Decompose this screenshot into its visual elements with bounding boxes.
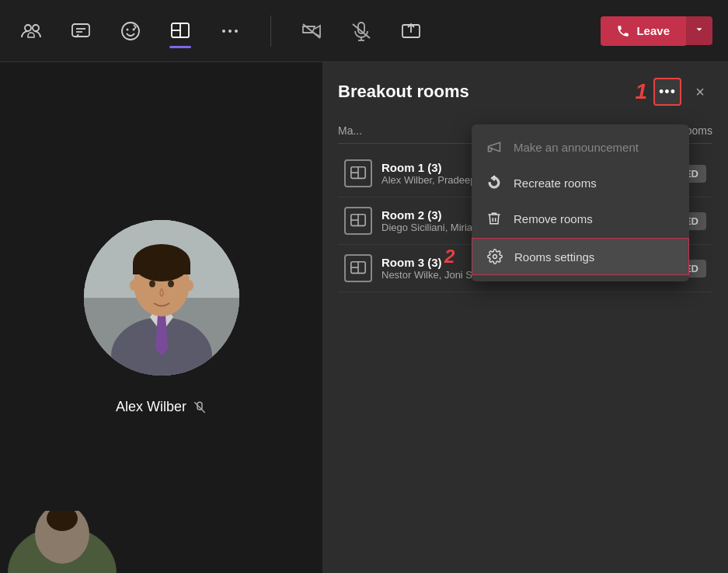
toolbar-right: Leave	[601, 16, 712, 46]
leave-chevron-button[interactable]	[685, 16, 712, 45]
leave-button-group: Leave	[601, 16, 712, 46]
svg-point-5	[122, 23, 139, 40]
main-content: Alex Wilber Breakout rooms 1	[0, 62, 728, 573]
step1-label: 1	[635, 79, 647, 104]
close-panel-button[interactable]: ×	[688, 79, 712, 104]
room-icon	[344, 159, 372, 187]
breakout-rooms-icon[interactable]	[165, 16, 196, 47]
menu-item-recreate-label: Recreate rooms	[514, 176, 597, 190]
breakout-title: Breakout rooms	[338, 82, 469, 102]
header-actions: 1 ••• ×	[635, 78, 712, 106]
mic-off-icon[interactable]	[346, 16, 377, 47]
svg-point-30	[130, 280, 138, 291]
svg-rect-2	[72, 24, 89, 37]
avatar	[84, 220, 239, 376]
menu-item-recreate[interactable]: Recreate rooms	[472, 165, 689, 201]
more-options-icon[interactable]	[214, 16, 246, 47]
toolbar-divider	[270, 16, 271, 47]
svg-rect-27	[133, 263, 190, 274]
svg-line-32	[194, 402, 205, 413]
menu-item-settings-label: Rooms settings	[514, 250, 594, 264]
recreate-icon	[486, 174, 503, 191]
svg-point-28	[149, 281, 155, 288]
user-name-label: Alex Wilber	[116, 399, 207, 415]
left-panel: Alex Wilber	[0, 62, 322, 573]
announcement-icon	[486, 138, 503, 155]
reactions-icon[interactable]	[115, 16, 146, 47]
room-icon	[344, 207, 372, 235]
leave-button-label: Leave	[636, 24, 670, 37]
gear-icon	[486, 248, 503, 265]
camera-off-icon[interactable]	[296, 16, 327, 47]
rooms-label: ooms	[686, 124, 712, 137]
share-screen-icon[interactable]	[395, 16, 427, 47]
menu-item-remove-label: Remove rooms	[514, 212, 593, 225]
menu-item-announcement-label: Make an announcement	[514, 141, 639, 154]
dropdown-menu: Make an announcement Recreate rooms	[472, 124, 689, 281]
svg-point-6	[127, 28, 129, 30]
people-icon[interactable]	[16, 16, 47, 47]
toolbar: Leave	[0, 0, 728, 62]
step2-label: 2	[444, 246, 455, 267]
menu-item-settings[interactable]: 2 Rooms settings	[472, 238, 689, 275]
svg-point-11	[222, 30, 225, 33]
menu-item-announcement[interactable]: Make an announcement	[472, 129, 689, 165]
svg-point-37	[493, 255, 497, 259]
muted-icon	[193, 400, 207, 414]
toolbar-left	[16, 16, 427, 47]
right-panel: Breakout rooms 1 ••• × Ma... ooms	[322, 62, 728, 573]
user-name-text: Alex Wilber	[116, 399, 186, 415]
svg-point-12	[228, 30, 232, 33]
svg-point-0	[25, 25, 31, 31]
room-icon	[344, 254, 372, 282]
svg-point-31	[186, 280, 193, 291]
leave-button[interactable]: Leave	[601, 16, 685, 46]
svg-point-1	[33, 25, 39, 31]
svg-point-13	[235, 30, 238, 33]
breakout-header: Breakout rooms 1 ••• ×	[338, 78, 712, 106]
more-options-button[interactable]: •••	[653, 78, 681, 106]
svg-point-29	[168, 281, 174, 288]
manage-label: Ma...	[338, 124, 362, 137]
avatar-image	[84, 220, 239, 376]
menu-item-remove[interactable]: Remove rooms	[472, 201, 689, 236]
trash-icon	[486, 210, 503, 227]
chat-icon[interactable]	[65, 16, 96, 47]
